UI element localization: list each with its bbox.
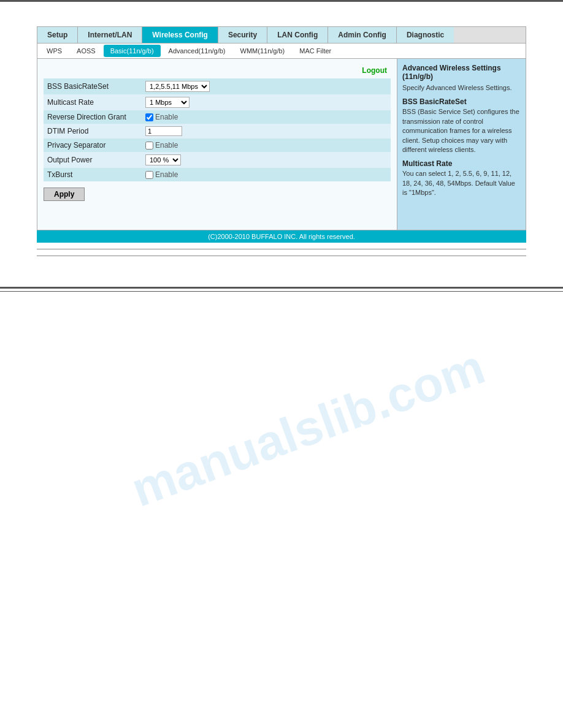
select-multicast-rate[interactable]: 1 Mbps 2 Mbps 5.5 Mbps 11 Mbps — [145, 97, 190, 108]
form-area: Logout BSS BasicRateSet 1,2,5.5,11 Mbps … — [37, 59, 397, 230]
value-multicast-rate: 1 Mbps 2 Mbps 5.5 Mbps 11 Mbps — [142, 94, 391, 110]
settings-table: BSS BasicRateSet 1,2,5.5,11 Mbps 1,2 Mbp… — [44, 78, 391, 181]
checkbox-rdg-label: Enable — [155, 113, 178, 121]
nav-tab-admin-config[interactable]: Admin Config — [328, 27, 397, 43]
nav-tab-internet-lan[interactable]: Internet/LAN — [78, 27, 142, 43]
info-section-title-1: Multicast Rate — [402, 159, 521, 168]
checkbox-txburst[interactable] — [145, 171, 153, 179]
checkbox-privacy-separator[interactable] — [145, 142, 153, 150]
value-bss-basicrateset: 1,2,5.5,11 Mbps 1,2 Mbps All — [142, 78, 391, 94]
info-panel-title: Advanced Wireless Settings (11n/g/b) — [402, 64, 521, 81]
checkbox-ps-label: Enable — [155, 141, 178, 150]
nav-tab-wireless-config[interactable]: Wireless Config — [142, 27, 218, 43]
nav-tab-lan-config[interactable]: LAN Config — [267, 27, 328, 43]
value-dtim-period — [142, 124, 391, 138]
nav-tab-setup[interactable]: Setup — [37, 27, 78, 43]
info-panel-description: Specify Advanced Wireless Settings. — [402, 83, 521, 93]
label-multicast-rate: Multicast Rate — [44, 94, 142, 110]
checkbox-label-ps: Enable — [145, 141, 387, 150]
nav-tab-security[interactable]: Security — [218, 27, 267, 43]
value-reverse-direction-grant: Enable — [142, 110, 391, 124]
label-txburst: TxBurst — [44, 168, 142, 181]
logout-link[interactable]: Logout — [44, 65, 391, 76]
info-section-text-0: BSS (Basic Service Set) configures the t… — [402, 107, 521, 154]
table-row: Multicast Rate 1 Mbps 2 Mbps 5.5 Mbps 11… — [44, 94, 391, 110]
footer-text: (C)2000-2010 BUFFALO INC. All rights res… — [208, 233, 355, 240]
sub-tab-mac-filter[interactable]: MAC Filter — [293, 45, 338, 57]
checkbox-label-txburst: Enable — [145, 170, 387, 179]
select-bss-basicrateset[interactable]: 1,2,5.5,11 Mbps 1,2 Mbps All — [145, 81, 210, 92]
sub-tab-wps[interactable]: WPS — [40, 45, 69, 57]
label-dtim-period: DTIM Period — [44, 124, 142, 138]
value-txburst: Enable — [142, 168, 391, 181]
watermark: manualslib.com — [124, 338, 492, 518]
info-section-title-0: BSS BasicRateSet — [402, 97, 521, 106]
sub-tab-wmm[interactable]: WMM(11n/g/b) — [234, 45, 292, 57]
sub-tab-aoss[interactable]: AOSS — [70, 45, 102, 57]
table-row: Privacy Separator Enable — [44, 138, 391, 152]
footer-bar: (C)2000-2010 BUFFALO INC. All rights res… — [37, 230, 526, 243]
nav-tab-diagnostic[interactable]: Diagnostic — [397, 27, 454, 43]
table-row: BSS BasicRateSet 1,2,5.5,11 Mbps 1,2 Mbp… — [44, 78, 391, 94]
value-output-power: 100 % 75 % 50 % 25 % — [142, 152, 391, 168]
label-output-power: Output Power — [44, 152, 142, 168]
section-divider-2 — [37, 256, 526, 256]
value-privacy-separator: Enable — [142, 138, 391, 152]
checkbox-label-rdg: Enable — [145, 113, 387, 121]
bottom-border2 — [0, 291, 563, 292]
info-section-text-1: You can select 1, 2, 5.5, 6, 9, 11, 12, … — [402, 169, 521, 197]
label-privacy-separator: Privacy Separator — [44, 138, 142, 152]
table-row: Reverse Direction Grant Enable — [44, 110, 391, 124]
label-reverse-direction-grant: Reverse Direction Grant — [44, 110, 142, 124]
sub-tab-advanced[interactable]: Advanced(11n/g/b) — [162, 45, 232, 57]
table-row: Output Power 100 % 75 % 50 % 25 % — [44, 152, 391, 168]
checkbox-txburst-label: Enable — [155, 170, 178, 179]
sub-tab-basic[interactable]: Basic(11n/g/b) — [104, 45, 161, 57]
bottom-border — [0, 287, 563, 289]
table-row: DTIM Period — [44, 124, 391, 138]
checkbox-rdg[interactable] — [145, 113, 153, 121]
label-bss-basicrateset: BSS BasicRateSet — [44, 78, 142, 94]
info-panel: Advanced Wireless Settings (11n/g/b) Spe… — [397, 59, 526, 230]
sub-nav: WPS AOSS Basic(11n/g/b) Advanced(11n/g/b… — [37, 44, 526, 59]
table-row: TxBurst Enable — [44, 168, 391, 181]
apply-button[interactable]: Apply — [44, 188, 85, 201]
select-output-power[interactable]: 100 % 75 % 50 % 25 % — [145, 154, 181, 165]
main-nav: Setup Internet/LAN Wireless Config Secur… — [37, 26, 526, 44]
input-dtim-period[interactable] — [145, 126, 182, 136]
section-divider-1 — [37, 249, 526, 249]
content-area: Logout BSS BasicRateSet 1,2,5.5,11 Mbps … — [37, 59, 526, 230]
